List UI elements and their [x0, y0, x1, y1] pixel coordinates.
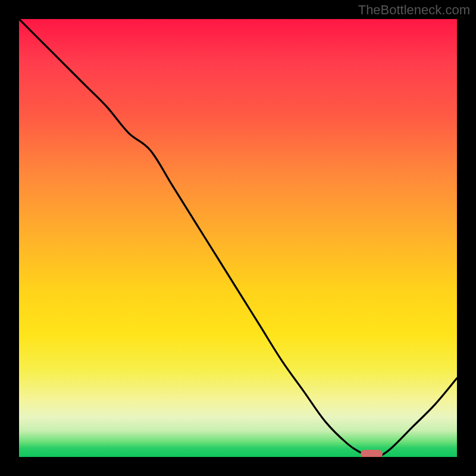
chart-plot-area	[19, 19, 457, 457]
watermark-text: TheBottleneck.com	[358, 2, 470, 18]
minimum-marker	[361, 450, 383, 457]
line-curve	[19, 19, 457, 457]
